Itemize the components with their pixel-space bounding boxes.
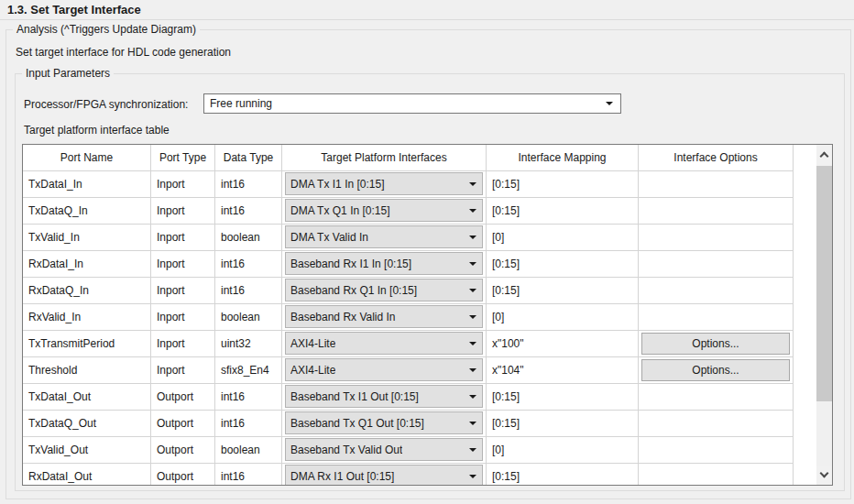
- cell-port-type: Inport: [151, 357, 215, 384]
- interface-dropdown[interactable]: Baseband Rx Valid In: [285, 305, 483, 328]
- cell-data-type: boolean: [215, 304, 282, 331]
- cell-target-platform-interface: Baseband Tx Q1 Out [0:15]: [282, 411, 487, 437]
- table-row: TxValid_Out Outport boolean Baseband Tx …: [23, 437, 816, 464]
- interface-dropdown[interactable]: Baseband Rx I1 In [0:15]: [285, 252, 483, 275]
- chevron-down-icon: [469, 368, 476, 372]
- column-header-data-type: Data Type: [215, 145, 282, 171]
- interface-dropdown[interactable]: DMA Tx Valid In: [285, 225, 483, 248]
- options-button[interactable]: Options...: [641, 333, 790, 355]
- column-header-interface-mapping: Interface Mapping: [487, 145, 639, 171]
- cell-interface-mapping: [0]: [487, 437, 639, 464]
- interface-dropdown[interactable]: Baseband Rx Q1 In [0:15]: [285, 279, 483, 301]
- interface-dropdown-value: DMA Tx I1 In [0:15]: [290, 178, 385, 191]
- cell-interface-mapping: [0]: [487, 304, 639, 331]
- cell-target-platform-interface: AXI4-Lite: [282, 331, 487, 357]
- processor-fpga-sync-label: Processor/FPGA synchronization:: [24, 98, 188, 111]
- cell-interface-mapping: [0:15]: [487, 411, 639, 437]
- interface-dropdown[interactable]: Baseband Tx Valid Out: [285, 438, 483, 461]
- table-row: TxTransmitPeriod Inport uint32 AXI4-Lite…: [23, 331, 816, 357]
- cell-data-type: sfix8_En4: [215, 357, 282, 384]
- chevron-down-icon: [469, 315, 476, 319]
- column-header-port-name: Port Name: [23, 145, 151, 171]
- page-title: 1.3. Set Target Interface: [7, 3, 141, 16]
- interface-dropdown-value: DMA Tx Q1 In [0:15]: [290, 204, 390, 217]
- interface-dropdown-value: Baseband Rx I1 In [0:15]: [290, 257, 411, 270]
- cell-port-name: TxTransmitPeriod: [23, 331, 151, 357]
- cell-data-type: boolean: [215, 437, 282, 464]
- vertical-scrollbar[interactable]: [816, 145, 832, 485]
- cell-port-type: Inport: [151, 251, 215, 278]
- cell-data-type: int16: [215, 251, 282, 278]
- cell-target-platform-interface: Baseband Tx I1 Out [0:15]: [282, 384, 487, 411]
- chevron-down-icon: [469, 209, 476, 213]
- cell-port-type: Outport: [151, 464, 215, 485]
- cell-interface-options: [639, 171, 794, 198]
- column-header-port-type: Port Type: [151, 145, 215, 171]
- table-row: RxValid_In Inport boolean Baseband Rx Va…: [23, 304, 816, 331]
- cell-port-name: TxValid_In: [23, 225, 151, 251]
- cell-data-type: uint32: [215, 331, 282, 357]
- cell-port-name: TxDataI_In: [23, 171, 151, 198]
- cell-target-platform-interface: DMA Rx I1 Out [0:15]: [282, 464, 487, 485]
- cell-port-name: TxValid_Out: [23, 437, 151, 464]
- cell-port-type: Inport: [151, 198, 215, 225]
- cell-interface-options: [639, 464, 794, 485]
- interface-dropdown[interactable]: AXI4-Lite: [285, 332, 483, 355]
- cell-port-type: Inport: [151, 304, 215, 331]
- cell-port-type: Inport: [151, 278, 215, 304]
- options-button[interactable]: Options...: [641, 359, 790, 381]
- chevron-down-icon: [469, 289, 476, 292]
- cell-interface-mapping: [0:15]: [487, 278, 639, 304]
- cell-interface-mapping: x"104": [487, 357, 639, 384]
- cell-port-type: Outport: [151, 384, 215, 411]
- scrollbar-thumb[interactable]: [816, 166, 832, 401]
- interface-dropdown[interactable]: Baseband Tx I1 Out [0:15]: [285, 385, 483, 408]
- chevron-up-icon: [820, 152, 829, 161]
- cell-interface-mapping: [0:15]: [487, 171, 639, 198]
- cell-interface-options: [639, 384, 794, 411]
- interface-dropdown[interactable]: Baseband Tx Q1 Out [0:15]: [285, 411, 483, 434]
- chevron-down-icon: [469, 182, 476, 186]
- cell-port-name: Threshold: [23, 357, 151, 384]
- cell-port-name: RxDataI_In: [23, 251, 151, 278]
- table-header-row: Port Name Port Type Data Type Target Pla…: [23, 145, 816, 171]
- chevron-down-icon: [606, 102, 613, 105]
- options-button-label: Options...: [692, 364, 739, 377]
- interface-dropdown[interactable]: DMA Rx I1 Out [0:15]: [285, 465, 483, 485]
- analysis-groupbox-label: Analysis (^Triggers Update Diagram): [13, 23, 200, 36]
- table-body: TxDataI_In Inport int16 DMA Tx I1 In [0:…: [23, 171, 816, 485]
- cell-interface-mapping: [0:15]: [487, 384, 639, 411]
- cell-port-name: TxDataI_Out: [23, 384, 151, 411]
- processor-fpga-sync-combobox[interactable]: Free running: [203, 93, 621, 114]
- table-row: TxValid_In Inport boolean DMA Tx Valid I…: [23, 225, 816, 251]
- cell-interface-options: [639, 278, 794, 304]
- table-caption: Target platform interface table: [24, 124, 170, 137]
- cell-port-type: Inport: [151, 225, 215, 251]
- cell-port-name: RxValid_In: [23, 304, 151, 331]
- chevron-down-icon: [469, 262, 476, 266]
- scrollbar-down-button[interactable]: [816, 466, 832, 485]
- cell-port-name: RxDataI_Out: [23, 464, 151, 485]
- table-row: RxDataI_Out Outport int16 DMA Rx I1 Out …: [23, 464, 816, 485]
- interface-dropdown-value: Baseband Rx Q1 In [0:15]: [290, 284, 417, 297]
- cell-target-platform-interface: Baseband Rx Q1 In [0:15]: [282, 278, 487, 304]
- interface-dropdown-value: Baseband Tx Q1 Out [0:15]: [290, 417, 424, 430]
- cell-data-type: int16: [215, 384, 282, 411]
- table-row: TxDataQ_Out Outport int16 Baseband Tx Q1…: [23, 411, 816, 437]
- cell-target-platform-interface: DMA Tx I1 In [0:15]: [282, 171, 487, 198]
- options-button-label: Options...: [692, 337, 739, 350]
- interface-dropdown[interactable]: DMA Tx I1 In [0:15]: [285, 172, 483, 195]
- cell-interface-mapping: [0:15]: [487, 198, 639, 225]
- interface-dropdown[interactable]: DMA Tx Q1 In [0:15]: [285, 199, 483, 222]
- target-platform-interface-table: Port Name Port Type Data Type Target Pla…: [22, 144, 833, 486]
- cell-interface-options: [639, 251, 794, 278]
- cell-data-type: int16: [215, 464, 282, 485]
- interface-dropdown[interactable]: AXI4-Lite: [285, 358, 483, 381]
- cell-data-type: int16: [215, 411, 282, 437]
- table-row: TxDataI_Out Outport int16 Baseband Tx I1…: [23, 384, 816, 411]
- table-row: RxDataQ_In Inport int16 Baseband Rx Q1 I…: [23, 278, 816, 304]
- cell-interface-options: [639, 437, 794, 464]
- cell-interface-options: Options...: [639, 331, 794, 357]
- scrollbar-up-button[interactable]: [816, 145, 832, 164]
- chevron-down-icon: [469, 395, 476, 399]
